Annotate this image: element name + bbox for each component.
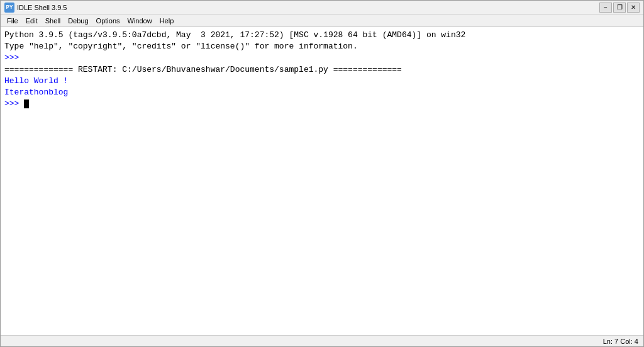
menu-edit[interactable]: Edit: [22, 16, 42, 26]
maximize-button[interactable]: ❐: [613, 3, 626, 13]
python-version-line: Python 3.9.5 (tags/v3.9.5:0a7dcbd, May 3…: [4, 30, 640, 41]
app-icon: PY: [4, 3, 14, 13]
menu-window[interactable]: Window: [124, 16, 156, 26]
help-line: Type "help", "copyright", "credits" or "…: [4, 41, 640, 52]
restart-line: ============== RESTART: C:/Users/Bhuvane…: [4, 64, 640, 76]
icon-label: PY: [6, 4, 13, 11]
menu-shell[interactable]: Shell: [42, 16, 64, 26]
minimize-button[interactable]: −: [599, 3, 612, 13]
status-bar: Ln: 7 Col: 4: [1, 335, 643, 346]
menu-bar: File Edit Shell Debug Options Window Hel…: [1, 14, 643, 27]
menu-options[interactable]: Options: [92, 16, 124, 26]
menu-debug[interactable]: Debug: [64, 16, 92, 26]
output-line-2: Iterathonblog: [4, 87, 640, 98]
title-bar-left: PY IDLE Shell 3.9.5: [4, 3, 67, 13]
first-prompt: >>>: [4, 52, 640, 64]
window-title: IDLE Shell 3.9.5: [17, 4, 67, 11]
output-line-1: Hello World !: [4, 76, 640, 87]
cursor-position: Ln: 7 Col: 4: [603, 338, 638, 345]
active-prompt-line: >>>: [4, 98, 640, 110]
cursor: [24, 100, 29, 108]
idle-window: PY IDLE Shell 3.9.5 − ❐ ✕ File Edit Shel…: [0, 0, 644, 347]
active-prompt: >>>: [4, 98, 24, 110]
menu-file[interactable]: File: [3, 16, 22, 26]
window-controls: − ❐ ✕: [599, 3, 640, 13]
shell-content[interactable]: Python 3.9.5 (tags/v3.9.5:0a7dcbd, May 3…: [1, 27, 643, 335]
title-bar: PY IDLE Shell 3.9.5 − ❐ ✕: [1, 1, 643, 14]
close-button[interactable]: ✕: [627, 3, 640, 13]
menu-help[interactable]: Help: [156, 16, 178, 26]
